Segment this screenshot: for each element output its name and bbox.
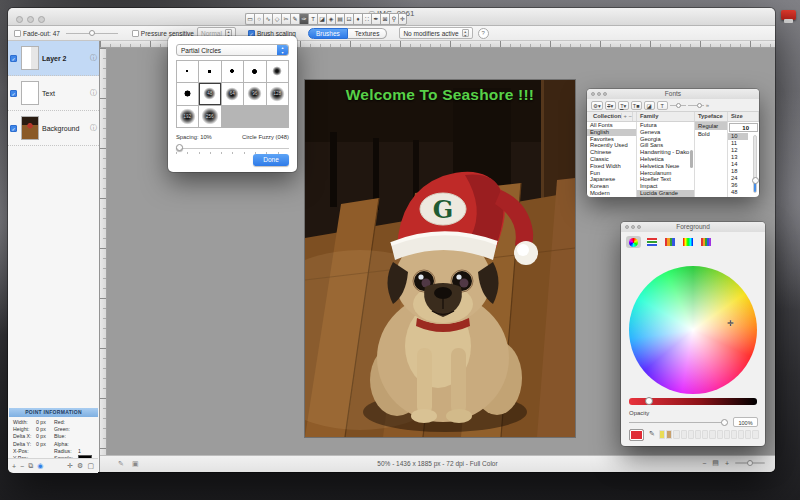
window-buttons[interactable] — [625, 225, 641, 229]
add-layer-button[interactable]: + — [12, 463, 16, 470]
layer-row-layer-2[interactable]: ✓ Layer 2 ⓘ — [8, 41, 99, 76]
size-item-selected[interactable]: 10 — [728, 133, 748, 140]
pencil-icon[interactable]: ✎ — [118, 460, 124, 468]
layer-visibility-checkbox[interactable]: ✓ — [10, 90, 17, 97]
textures-button[interactable]: Textures — [348, 28, 388, 39]
add-remove-collection-icons[interactable]: + − — [621, 112, 633, 121]
brush-swatch[interactable]: 96 — [244, 83, 266, 105]
layer-info-icon[interactable]: ⓘ — [90, 88, 97, 98]
grid-icon[interactable]: ▣ — [132, 460, 139, 468]
collection-item[interactable]: Recently Used — [587, 142, 636, 149]
collection-item[interactable]: Japanese — [587, 176, 636, 183]
family-scrollbar[interactable] — [690, 150, 693, 168]
remove-layer-button[interactable]: − — [20, 463, 24, 470]
brush-category-select[interactable]: Partial Circles ▴▾ — [176, 44, 289, 56]
text-tool-button[interactable]: T — [308, 13, 317, 25]
rect-select-tool-button[interactable]: ▭ — [245, 13, 254, 25]
pencils-tab[interactable] — [698, 236, 713, 248]
smudge-tool-button[interactable]: ✒ — [371, 13, 380, 25]
document-image[interactable]: G — [305, 80, 575, 437]
opacity-value[interactable]: 100% — [733, 417, 758, 427]
family-item[interactable]: Hoefler Text — [637, 176, 694, 183]
zoom-slider[interactable] — [735, 462, 765, 464]
eraser-tool-button[interactable]: ◪ — [317, 13, 326, 25]
brightness-slider[interactable] — [629, 398, 757, 405]
text-color-icon[interactable]: T■ — [631, 101, 642, 110]
collection-item[interactable]: Classic — [587, 156, 636, 163]
size-item[interactable]: 11 — [728, 140, 748, 147]
color-swatch[interactable] — [666, 430, 672, 439]
zoom-in-button[interactable]: + — [725, 460, 729, 467]
polygon-select-tool-button[interactable]: ◇ — [272, 13, 281, 25]
duplicate-layer-button[interactable]: ⧉ — [28, 462, 33, 470]
collection-item[interactable]: Fixed Width — [587, 163, 636, 170]
color-swatch[interactable] — [695, 430, 701, 439]
size-item[interactable]: 12 — [728, 147, 748, 154]
pressure-checkbox[interactable] — [132, 30, 139, 37]
brush-swatch-selected[interactable]: 48 — [199, 83, 221, 105]
pencil-tool-button[interactable]: ✎ — [290, 13, 299, 25]
brushes-button[interactable]: Brushes — [308, 28, 348, 39]
help-button[interactable]: ? — [478, 28, 489, 39]
lasso-tool-button[interactable]: ∿ — [263, 13, 272, 25]
size-item[interactable]: 36 — [728, 182, 748, 189]
layer-info-icon[interactable]: ⓘ — [90, 123, 97, 133]
size-item[interactable]: 13 — [728, 154, 748, 161]
family-item[interactable]: Helvetica Neue — [637, 163, 694, 170]
color-swatch[interactable] — [724, 430, 730, 439]
fade-out-slider[interactable] — [66, 33, 118, 34]
fade-out-checkbox[interactable] — [14, 30, 21, 37]
brush-swatch[interactable]: 128 — [267, 83, 289, 105]
color-swatch[interactable] — [731, 430, 737, 439]
brush-tool-button[interactable]: ✑ — [299, 13, 308, 25]
zoom-out-button[interactable]: − — [702, 460, 706, 467]
color-swatch[interactable] — [745, 430, 751, 439]
color-swatch[interactable] — [709, 430, 715, 439]
effects-tool-button[interactable]: ⊠ — [380, 13, 389, 25]
family-item[interactable]: Gill Sans — [637, 142, 694, 149]
spacing-slider[interactable] — [176, 146, 289, 154]
info-toggle-button[interactable]: ◉ — [37, 462, 43, 470]
family-item[interactable]: Georgia — [637, 136, 694, 143]
color-swatch[interactable] — [738, 430, 744, 439]
brush-swatch[interactable]: 64 — [222, 83, 244, 105]
settings-gear-icon[interactable]: ⚙ — [77, 462, 83, 470]
trash-icon[interactable]: ▢ — [87, 462, 94, 470]
brush-swatch[interactable] — [199, 61, 221, 83]
family-item[interactable]: Herculanum — [637, 170, 694, 177]
gradient-tool-button[interactable]: ▤ — [335, 13, 344, 25]
collection-item[interactable]: Fun — [587, 170, 636, 177]
color-swatch[interactable] — [673, 430, 679, 439]
color-swatch[interactable] — [681, 430, 687, 439]
size-item[interactable]: 18 — [728, 168, 748, 175]
size-slider[interactable] — [753, 135, 757, 193]
zoom-tool-button[interactable]: ⚲ — [389, 13, 398, 25]
collection-item[interactable]: All Fonts — [587, 122, 636, 129]
color-swatch[interactable] — [688, 430, 694, 439]
layer-visibility-checkbox[interactable]: ✓ — [10, 125, 17, 132]
shadow-opacity-slider[interactable] — [670, 105, 686, 106]
ellipse-select-tool-button[interactable]: ○ — [254, 13, 263, 25]
size-item[interactable]: 24 — [728, 175, 748, 182]
brush-swatch[interactable] — [177, 61, 199, 83]
select-brush-tool-button[interactable]: ⊡ — [344, 13, 353, 25]
titlebar[interactable]: ▢ IMG_0061 ▭ ○ ∿ ◇ ✂ ✎ ✑ T ◪ ◈ ▤ ⊡ ♦ ∷ ✒… — [8, 8, 775, 26]
position-tool-button[interactable]: ✛ — [398, 13, 407, 25]
collection-item-selected[interactable]: English — [587, 129, 636, 136]
brush-swatch[interactable] — [244, 61, 266, 83]
brush-swatch[interactable]: 256 — [199, 106, 221, 128]
family-item[interactable]: Handwriting - Dako — [637, 149, 694, 156]
shadow-radius-slider[interactable] — [688, 105, 704, 106]
collection-item[interactable]: Modern — [587, 190, 636, 197]
family-item[interactable]: Futura — [637, 122, 694, 129]
brush-swatch[interactable] — [267, 61, 289, 83]
color-swatch[interactable] — [659, 430, 665, 439]
family-item[interactable]: Impact — [637, 183, 694, 190]
brush-swatch[interactable] — [177, 83, 199, 105]
brush-swatch[interactable] — [222, 61, 244, 83]
typeface-item[interactable]: Bold — [695, 130, 727, 138]
color-swatch[interactable] — [702, 430, 708, 439]
color-wheel-tab[interactable] — [626, 236, 641, 248]
done-button[interactable]: Done — [253, 154, 289, 166]
family-item-selected[interactable]: Lucida Grande — [637, 190, 694, 197]
